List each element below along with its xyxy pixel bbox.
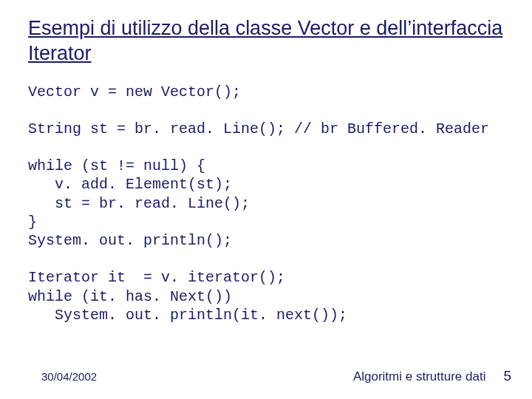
slide-title: Esempi di utilizzo della classe Vector e…: [28, 16, 511, 66]
slide-footer: 30/04/2002 Algoritmi e strutture dati 5: [0, 368, 532, 384]
slide: Esempi di utilizzo della classe Vector e…: [0, 0, 532, 399]
code-block: Vector v = new Vector(); String st = br.…: [28, 83, 511, 324]
footer-page-number: 5: [503, 368, 511, 384]
footer-date: 30/04/2002: [41, 370, 97, 383]
footer-caption: Algoritmi e strutture dati: [353, 369, 486, 384]
